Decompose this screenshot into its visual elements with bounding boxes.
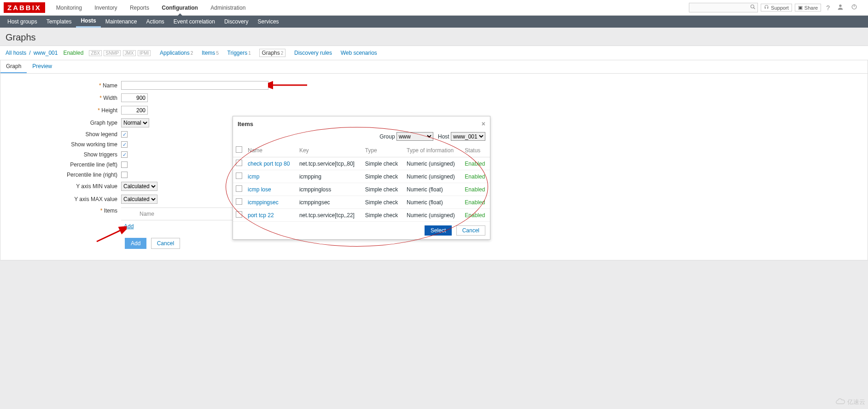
crumb-host[interactable]: www_001 bbox=[34, 50, 58, 56]
label-showlegend: Show legend bbox=[6, 131, 121, 138]
nav-configuration[interactable]: Configuration bbox=[156, 0, 204, 16]
tag-snmp: SNMP bbox=[104, 50, 121, 56]
subnav-maintenance[interactable]: Maintenance bbox=[101, 16, 142, 28]
subnav-host-groups[interactable]: Host groups bbox=[3, 16, 42, 28]
nav-inventory[interactable]: Inventory bbox=[89, 0, 122, 16]
tag-jmx: JMX bbox=[123, 50, 136, 56]
checkbox-showlegend[interactable] bbox=[121, 131, 128, 138]
cancel-button[interactable]: Cancel bbox=[151, 238, 180, 249]
col-status: Status bbox=[462, 144, 490, 157]
label-showtriggers: Show triggers bbox=[6, 151, 121, 158]
link-discovery-rules[interactable]: Discovery rules bbox=[294, 50, 332, 56]
table-row[interactable]: icmpicmppingSimple checkNumeric (unsigne… bbox=[233, 170, 490, 183]
item-status: Enabled bbox=[462, 157, 490, 170]
item-name[interactable]: check port tcp 80 bbox=[248, 161, 290, 167]
link-triggers[interactable]: Triggers1 bbox=[227, 50, 251, 56]
item-name[interactable]: icmp bbox=[248, 173, 259, 180]
item-type: Simple check bbox=[362, 157, 404, 170]
support-label: Support bbox=[771, 5, 789, 11]
svg-line-1 bbox=[754, 8, 755, 9]
input-height[interactable] bbox=[121, 106, 148, 115]
tab-preview[interactable]: Preview bbox=[27, 60, 58, 73]
table-row[interactable]: check port tcp 80net.tcp.service[tcp,,80… bbox=[233, 157, 490, 170]
nav-reports[interactable]: Reports bbox=[124, 0, 155, 16]
subnav-discovery[interactable]: Discovery bbox=[220, 16, 253, 28]
filter-host-select[interactable]: www_001 bbox=[451, 132, 485, 141]
items-col-name: Name bbox=[140, 211, 154, 217]
item-name[interactable]: icmppingsec bbox=[248, 199, 279, 206]
item-status: Enabled bbox=[462, 183, 490, 196]
page-title: Graphs bbox=[0, 28, 868, 46]
share-link[interactable]: ▣ Share bbox=[795, 4, 821, 12]
item-status: Enabled bbox=[462, 170, 490, 183]
label-pright: Percentile line (right) bbox=[6, 172, 121, 178]
subnav-templates[interactable]: Templates bbox=[42, 16, 76, 28]
item-name[interactable]: icmp lose bbox=[248, 186, 271, 193]
link-web-scenarios[interactable]: Web scenarios bbox=[341, 50, 377, 56]
table-row[interactable]: icmp loseicmppinglossSimple checkNumeric… bbox=[233, 183, 490, 196]
link-applications[interactable]: Applications2 bbox=[160, 50, 193, 56]
item-key: icmppingloss bbox=[297, 183, 362, 196]
nav-administration[interactable]: Administration bbox=[205, 0, 251, 16]
sub-nav: Host groups Templates Hosts Maintenance … bbox=[0, 16, 868, 28]
modal-title: Items bbox=[238, 121, 253, 127]
col-key: Key bbox=[297, 144, 362, 157]
power-icon[interactable] bbox=[849, 4, 860, 12]
row-checkbox[interactable] bbox=[236, 160, 242, 166]
link-items[interactable]: Items5 bbox=[202, 50, 219, 56]
subnav-event-correlation[interactable]: Event correlation bbox=[169, 16, 220, 28]
input-name[interactable] bbox=[121, 81, 268, 90]
modal-select-button[interactable]: Select bbox=[425, 225, 452, 236]
item-name[interactable]: port tcp 22 bbox=[248, 212, 274, 219]
checkbox-showtriggers[interactable] bbox=[121, 151, 128, 158]
support-link[interactable]: Support bbox=[761, 4, 792, 12]
label-showworking: Show working time bbox=[6, 141, 121, 148]
subnav-hosts[interactable]: Hosts bbox=[76, 16, 100, 28]
table-row[interactable]: port tcp 22net.tcp.service[tcp,,22]Simpl… bbox=[233, 209, 490, 222]
select-graphtype[interactable]: Normal bbox=[121, 118, 149, 127]
nav-monitoring[interactable]: Monitoring bbox=[51, 0, 87, 16]
label-ymax: Y axis MAX value bbox=[6, 196, 121, 202]
add-item-link[interactable]: Add bbox=[121, 220, 134, 230]
svg-point-2 bbox=[839, 5, 841, 7]
subnav-services[interactable]: Services bbox=[253, 16, 284, 28]
checkbox-pright[interactable] bbox=[121, 172, 128, 178]
item-status: Enabled bbox=[462, 196, 490, 209]
row-checkbox[interactable] bbox=[236, 173, 242, 179]
link-graphs[interactable]: Graphs2 bbox=[259, 49, 285, 57]
row-checkbox[interactable] bbox=[236, 198, 242, 205]
help-icon[interactable]: ? bbox=[824, 4, 832, 12]
filter-host-label: Host bbox=[438, 133, 449, 140]
crumb-all-hosts[interactable]: All hosts bbox=[6, 50, 26, 56]
item-key: icmpping bbox=[297, 170, 362, 183]
select-ymax[interactable]: Calculated bbox=[121, 195, 157, 204]
filter-group-select[interactable]: www bbox=[396, 132, 433, 141]
modal-cancel-button[interactable]: Cancel bbox=[456, 225, 485, 236]
table-row[interactable]: icmppingsecicmppingsecSimple checkNumeri… bbox=[233, 196, 490, 209]
svg-point-0 bbox=[751, 5, 754, 8]
subnav-actions[interactable]: Actions bbox=[141, 16, 169, 28]
checkbox-pleft[interactable] bbox=[121, 161, 128, 168]
label-items: Items bbox=[6, 207, 121, 214]
modal-close-icon[interactable]: × bbox=[482, 120, 485, 127]
row-checkbox[interactable] bbox=[236, 211, 242, 218]
checkbox-showworking[interactable] bbox=[121, 141, 128, 148]
label-graphtype: Graph type bbox=[6, 120, 121, 126]
select-ymin[interactable]: Calculated bbox=[121, 182, 157, 191]
add-button[interactable]: Add bbox=[125, 238, 146, 249]
input-width[interactable] bbox=[121, 93, 148, 102]
item-key: net.tcp.service[tcp,,80] bbox=[297, 157, 362, 170]
search-input[interactable] bbox=[689, 3, 758, 12]
user-icon[interactable] bbox=[835, 4, 846, 12]
share-icon: ▣ bbox=[798, 5, 803, 11]
item-info: Numeric (unsigned) bbox=[404, 157, 462, 170]
col-info: Type of information bbox=[404, 144, 462, 157]
col-name: Name bbox=[245, 144, 297, 157]
top-nav: Monitoring Inventory Reports Configurati… bbox=[51, 0, 251, 16]
crumb-sep: / bbox=[29, 50, 30, 56]
item-key: icmppingsec bbox=[297, 196, 362, 209]
row-checkbox[interactable] bbox=[236, 185, 242, 192]
context-bar: All hosts / www_001 Enabled ZBX SNMP JMX… bbox=[0, 46, 868, 60]
checkbox-all[interactable] bbox=[236, 146, 242, 153]
tab-graph[interactable]: Graph bbox=[0, 60, 27, 73]
